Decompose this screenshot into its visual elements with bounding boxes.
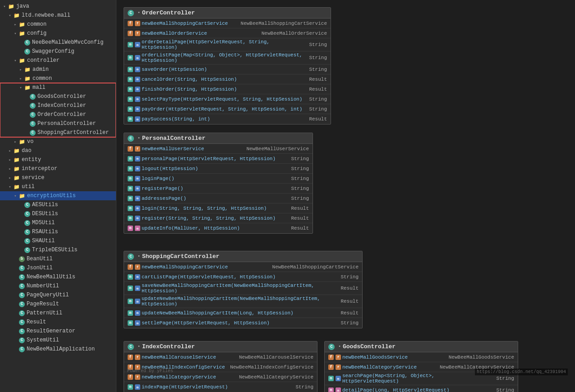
field-ret-3: String [309,42,327,47]
sidebar-item-mall[interactable]: 📁 mall [0,83,116,92]
sidebar-label-goods-ctrl: GoodsController [37,93,86,100]
sidebar-item-neebee[interactable]: C NeeBeeMallWebMvcConfig [0,38,116,47]
class-icon-des: C [24,211,30,217]
sidebar-item-nbmutils[interactable]: C NewBeeMallUtils [0,272,116,281]
class-icon-nbmutils: C [19,274,25,280]
sidebar-item-java[interactable]: 📁 java [0,2,116,11]
gc-name-1: newBeeMallGoodsService [342,355,445,360]
class-icon-pageresult: C [19,301,25,307]
sidebar-item-vo[interactable]: 📁 vo [0,137,116,146]
card-personal-controller[interactable]: C • PersonalController f f newBeeMallUse… [124,133,313,234]
pf-letter-6: m [135,196,140,201]
personal-field-5: m m registerPage() String [124,184,313,194]
shopping-class-name: ShoppingCartController [142,253,220,260]
sidebar-item-pagequery[interactable]: C PageQueryUtil [0,291,116,300]
sidebar-label-resultgen: ResultGenerator [27,328,75,334]
sidebar-item-interceptor[interactable]: 📁 interceptor [0,164,116,173]
sidebar-item-result[interactable]: C Result [0,318,116,327]
sc-field-6: m m settlePage(HttpServletRequest, HttpS… [124,318,362,328]
sidebar-item-patternutil[interactable]: C PatternUtil [0,309,116,318]
field-letter-4: m [135,55,140,60]
class-icon-order-ctrl: C [30,112,36,118]
folder-icon-util: 📁 [14,184,20,190]
sidebar-item-personal-ctrl[interactable]: C PersonalController [0,119,116,128]
class-icon-jsonutil: C [19,265,25,271]
ic-name-3: newBeeMallCategoryService [142,374,235,380]
sidebar-item-controller[interactable]: 📁 controller [0,56,116,65]
sc-ret-3: Result [340,286,359,291]
sidebar-item-rsa[interactable]: C RSAUtils [0,227,116,236]
pf-ret-8: Result [291,216,309,221]
personal-field-8: m m register(String, String, String, Htt… [124,213,313,223]
field-letter-5: m [135,67,140,72]
order-field-6: m m cancelOrder(String, HttpSession) Res… [124,74,331,84]
sidebar-item-service[interactable]: 📁 service [0,173,116,182]
sidebar-label-nbmutils: NewBeeMallUtils [27,274,75,280]
sidebar-label-neebee: NeeBeeMallWebMvcConfig [32,39,103,46]
sidebar-item-aes[interactable]: C AESUtils [0,200,116,209]
sidebar-item-order-ctrl[interactable]: C OrderController [0,110,116,119]
sidebar-item-config[interactable]: 📁 config [0,29,116,38]
ic-type-2: NewBeeMallIndexConfigService [230,364,313,370]
order-field-4: m m orderListPage(Map<String, Object>, H… [124,51,331,65]
arrow-vo [13,139,18,144]
sidebar-item-pageresult[interactable]: C PageResult [0,300,116,309]
sidebar-item-numutil[interactable]: C NumberUtil [0,281,116,291]
field-icon-2: f [128,31,133,36]
class-icon-resultgen: C [19,328,25,334]
sidebar-label-triple: TripleDESUtils [32,247,78,253]
sidebar-label-des: DESUtils [32,211,58,217]
sidebar-item-swagger[interactable]: C SwaggerConfig [0,47,116,56]
sidebar-item-resultgen[interactable]: C ResultGenerator [0,327,116,336]
class-icon-result: C [19,319,25,325]
sidebar-item-md5[interactable]: C MD5Util [0,218,116,227]
card-index-controller[interactable]: C • IndexController f f newBeeMallCarous… [124,341,317,392]
card-goods-controller[interactable]: C • GoodsController f f newBeeMallGoodsS… [324,341,518,392]
sidebar-item-shopping-ctrl[interactable]: C ShoppingCartController [0,128,116,137]
class-icon-index-ctrl: C [30,103,36,109]
sidebar-item-jsonutil[interactable]: C JsonUtil [0,263,116,272]
sidebar-item-dao[interactable]: 📁 dao [0,146,116,155]
personal-header-icon: C [128,135,134,142]
personal-class-name: PersonalController [142,135,205,142]
sidebar-item-beanutil[interactable]: b BeanUtil [0,254,116,263]
card-order-controller[interactable]: C • OrderController f f newBeeMallShoppi… [124,7,331,125]
field-letter-7: m [135,87,140,92]
sidebar-item-ltd[interactable]: 📁 ltd.newbee.mall [0,11,116,20]
class-icon-patternutil: C [19,310,25,316]
pf-icon-4: m [128,176,133,181]
sidebar-label-sysutil: SystemUtil [27,337,59,343]
sidebar-item-des[interactable]: C DESUtils [0,209,116,218]
class-icon-neebee: C [24,40,30,46]
sidebar-item-admin[interactable]: 📁 admin [0,65,116,74]
sidebar-item-index-ctrl[interactable]: C IndexController [0,101,116,110]
class-icon-beanutil: b [19,256,25,262]
sidebar-item-sha[interactable]: C SHAUtil [0,236,116,245]
field-icon-5: m [128,67,133,72]
card-shopping-controller[interactable]: C • ShoppingCartController f f newBeeMal… [124,251,363,328]
sidebar-item-entity[interactable]: 📁 entity [0,155,116,164]
card-shopping-header: C • ShoppingCartController [124,251,362,262]
pf-name-1: newBeeMallUserService [142,146,243,152]
order-field-5: m m saveOrder(HttpSession) String [124,65,331,74]
sidebar-item-common2[interactable]: 📁 common [0,74,116,83]
folder-icon-mall: 📁 [24,84,31,91]
sidebar-item-goods-ctrl[interactable]: C GoodsController [0,92,116,101]
sc-letter-2: m [135,274,140,280]
sidebar-label-common: common [27,21,46,28]
gc-icon-3: m [328,376,334,381]
sidebar-item-encryption[interactable]: 📁 encryptionUtils [0,191,116,200]
sidebar-item-util[interactable]: 📁 util [0,182,116,191]
sidebar-item-nbmapp[interactable]: C NewBeeMallApplication [0,345,116,354]
sc-icon-6: m [128,320,133,326]
sidebar-item-common[interactable]: 📁 common [0,20,116,29]
sidebar-item-sysutil[interactable]: C SystemUtil [0,336,116,345]
class-icon-personal-ctrl: C [30,121,36,127]
sidebar-item-triple[interactable]: C TripleDESUtils [0,245,116,254]
pf-icon-6: m [128,196,133,201]
sidebar-label-aes: AESUtils [32,202,58,208]
pf-name-5: registerPage() [142,186,287,191]
sc-letter-1: f [135,264,140,270]
field-ret-5: String [309,67,327,72]
sidebar-label-rsa: RSAUtils [32,229,58,235]
